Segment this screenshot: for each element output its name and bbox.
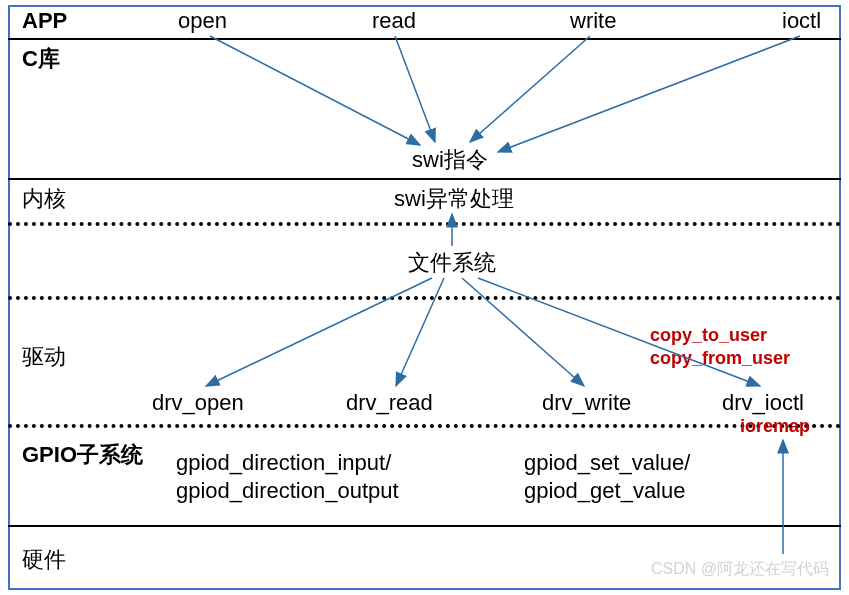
drv-open: drv_open <box>152 390 244 416</box>
drv-write: drv_write <box>542 390 631 416</box>
divider-fs-driver <box>8 296 841 300</box>
syscall-read: read <box>372 8 416 34</box>
watermark: CSDN @阿龙还在写代码 <box>651 559 829 580</box>
divider-driver-gpio <box>8 424 841 428</box>
syscall-ioctl: ioctl <box>782 8 821 34</box>
layer-clib: C库 <box>22 44 60 74</box>
swi-instruction: swi指令 <box>412 145 488 175</box>
drv-ioctl: drv_ioctl <box>722 390 804 416</box>
layer-app: APP <box>22 8 67 34</box>
divider-gpio-hardware <box>8 525 841 527</box>
gpiod-dir-output: gpiod_direction_output <box>176 478 399 504</box>
copy-to-user: copy_to_user <box>650 325 767 346</box>
layer-driver: 驱动 <box>22 342 66 372</box>
divider-clib-kernel <box>8 178 841 180</box>
divider-app-clib <box>8 38 841 40</box>
syscall-write: write <box>570 8 616 34</box>
syscall-open: open <box>178 8 227 34</box>
swi-handler: swi异常处理 <box>394 184 514 214</box>
gpiod-set-value: gpiod_set_value/ <box>524 450 690 476</box>
layer-kernel: 内核 <box>22 184 66 214</box>
gpiod-dir-input: gpiod_direction_input/ <box>176 450 391 476</box>
layer-gpio: GPIO子系统 <box>22 440 143 470</box>
ioremap: ioremap <box>740 416 810 437</box>
gpiod-get-value: gpiod_get_value <box>524 478 685 504</box>
layer-hardware: 硬件 <box>22 545 66 575</box>
filesystem: 文件系统 <box>408 248 496 278</box>
copy-from-user: copy_from_user <box>650 348 790 369</box>
drv-read: drv_read <box>346 390 433 416</box>
divider-kernel-fs <box>8 222 841 226</box>
